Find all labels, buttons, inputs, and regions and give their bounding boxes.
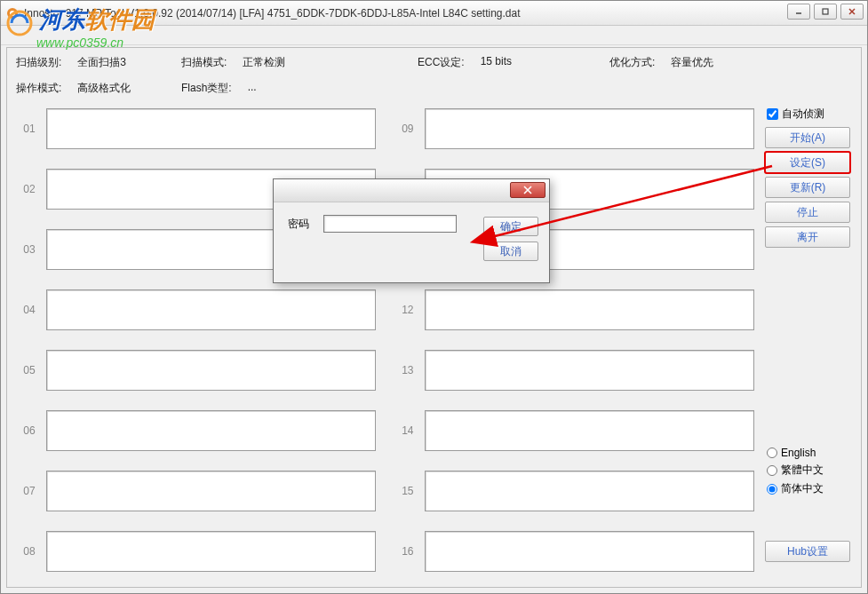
op-mode-value: 高级格式化 [77, 81, 131, 96]
slot-num: 04 [12, 304, 46, 316]
maximize-button[interactable] [814, 4, 837, 20]
password-label: 密码 [288, 217, 309, 232]
menubar [1, 26, 867, 45]
slot-num: 14 [391, 424, 425, 437]
hub-setting-button[interactable]: Hub设置 [765, 541, 850, 562]
password-dialog: 密码 确定 取消 [273, 178, 550, 283]
titlebar: Innostor 917 MP Tool V1.0.0.92 (2014/07/… [1, 1, 867, 26]
slot-box[interactable] [425, 350, 754, 391]
slot-num: 15 [391, 485, 425, 497]
close-icon [523, 186, 532, 194]
flash-type-label: Flash类型: [181, 81, 232, 96]
lang-english-radio[interactable] [767, 447, 777, 458]
main-window: 河东软件园 www.pc0359.cn Innostor 917 MP Tool… [0, 0, 868, 594]
setting-button[interactable]: 设定(S) [765, 152, 850, 173]
scan-level-label: 扫描级别: [16, 55, 61, 70]
window-controls [787, 4, 864, 20]
lang-simplified-label: 简体中文 [781, 481, 824, 496]
dialog-titlebar [274, 179, 549, 202]
stop-button[interactable]: 停止 [765, 202, 850, 223]
dialog-buttons: 确定 取消 [483, 217, 538, 261]
slot-column-left: 01 02 03 04 05 06 07 08 [12, 103, 376, 582]
slot-box[interactable] [46, 108, 376, 149]
slot-num: 13 [391, 364, 425, 376]
autodetect-checkbox[interactable] [767, 108, 778, 120]
slot-num: 05 [12, 364, 46, 376]
slot-box[interactable] [425, 289, 754, 330]
slots-area: 01 02 03 04 05 06 07 08 09 12 13 14 15 1… [12, 103, 754, 582]
op-mode-label: 操作模式: [16, 81, 61, 96]
optimize-label: 优化方式: [609, 55, 655, 70]
slot-num: 01 [12, 123, 46, 135]
slot-box[interactable] [425, 410, 754, 451]
autodetect-label: 自动侦测 [782, 107, 824, 122]
slot-box[interactable] [425, 531, 754, 572]
dialog-close-button[interactable] [510, 182, 545, 198]
svg-point-2 [10, 11, 15, 16]
app-icon [6, 7, 19, 20]
slot-column-right: 09 12 13 14 15 16 [391, 103, 754, 582]
ecc-value: 15 bits [481, 55, 512, 70]
update-button[interactable]: 更新(R) [765, 177, 850, 198]
lang-simplified-radio[interactable] [767, 484, 777, 495]
scan-mode-value: 正常检测 [243, 55, 285, 70]
slot-box[interactable] [46, 471, 376, 511]
slot-box[interactable] [46, 531, 376, 572]
info-row-1: 扫描级别:全面扫描3 扫描模式:正常检测 ECC设定:15 bits 优化方式:… [7, 48, 861, 74]
scan-level-value: 全面扫描3 [77, 55, 126, 70]
slot-box[interactable] [425, 471, 754, 511]
ecc-label: ECC设定: [418, 55, 465, 70]
optimize-value: 容量优先 [671, 55, 713, 70]
password-input[interactable] [323, 215, 457, 233]
slot-num: 03 [12, 243, 46, 256]
autodetect-row: 自动侦测 [767, 107, 854, 122]
content-frame: 扫描级别:全面扫描3 扫描模式:正常检测 ECC设定:15 bits 优化方式:… [6, 47, 862, 588]
language-group: English 繁體中文 简体中文 [767, 443, 824, 500]
flash-type-value: ... [248, 81, 257, 96]
slot-num: 12 [391, 304, 425, 316]
close-button[interactable] [840, 4, 864, 20]
slot-box[interactable] [46, 350, 376, 391]
cancel-button[interactable]: 取消 [483, 242, 538, 261]
slot-num: 02 [12, 183, 46, 195]
slot-box[interactable] [425, 108, 754, 149]
sidebar: 自动侦测 开始(A) 设定(S) 更新(R) 停止 离开 English 繁體中… [761, 103, 854, 582]
slot-num: 16 [391, 545, 425, 558]
lang-traditional-label: 繁體中文 [781, 463, 824, 478]
svg-rect-4 [823, 9, 828, 14]
exit-button[interactable]: 离开 [765, 226, 850, 248]
slot-num: 06 [12, 424, 46, 437]
info-row-2: 操作模式:高级格式化 Flash类型:... [7, 74, 861, 99]
slot-num: 07 [12, 485, 46, 497]
window-title: Innostor 917 MP Tool V1.0.0.92 (2014/07/… [24, 7, 521, 20]
ok-button[interactable]: 确定 [483, 217, 538, 236]
start-button[interactable]: 开始(A) [765, 127, 850, 148]
slot-box[interactable] [46, 410, 376, 451]
scan-mode-label: 扫描模式: [181, 55, 227, 70]
slot-num: 08 [12, 545, 46, 558]
lang-traditional-radio[interactable] [767, 465, 777, 476]
slot-num: 09 [391, 123, 425, 135]
lang-english-label: English [781, 447, 816, 459]
minimize-button[interactable] [787, 4, 810, 20]
slot-box[interactable] [46, 289, 376, 330]
